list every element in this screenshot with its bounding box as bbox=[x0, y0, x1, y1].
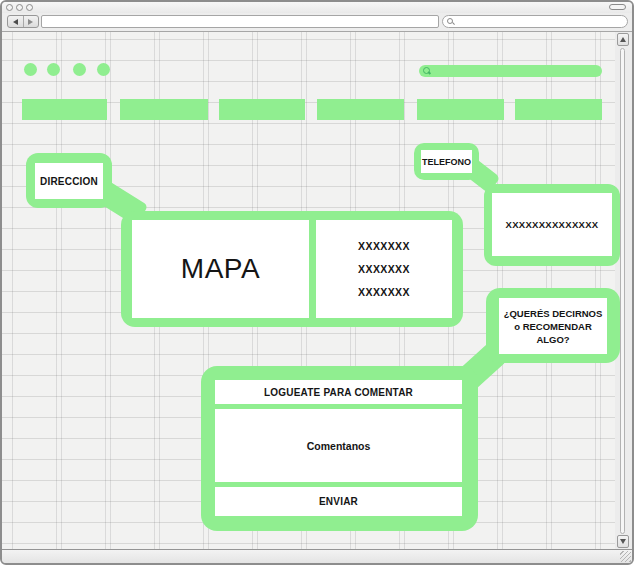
window-control-zoom-icon[interactable] bbox=[26, 4, 33, 11]
nav-placeholder-block[interactable] bbox=[219, 99, 305, 120]
browser-toolbar bbox=[2, 13, 632, 32]
nav-placeholder-block[interactable] bbox=[22, 99, 107, 120]
vertical-scrollbar[interactable] bbox=[615, 32, 632, 550]
feedback-prompt: ¿QUERÉS DECIRNOS o RECOMENDAR ALGO? bbox=[499, 298, 607, 354]
scroll-up-icon bbox=[620, 37, 626, 42]
logo-dot bbox=[24, 63, 37, 76]
window-control-close-icon[interactable] bbox=[6, 4, 13, 11]
toolbar-toggle-pill[interactable] bbox=[609, 4, 626, 10]
address-bar-input[interactable] bbox=[41, 15, 439, 28]
phone-section: XXXXXXXXXXXXXX bbox=[484, 184, 620, 266]
nav-placeholder-block[interactable] bbox=[515, 99, 602, 120]
page-content: DIRECCION MAPA XXXXXXX XXXXXXX XXXXXXX T… bbox=[2, 32, 616, 550]
nav-placeholder-block[interactable] bbox=[417, 99, 504, 120]
history-nav-group bbox=[7, 15, 39, 28]
search-icon bbox=[447, 18, 453, 24]
forward-icon bbox=[28, 19, 33, 25]
back-icon bbox=[13, 19, 18, 25]
back-button[interactable] bbox=[8, 16, 23, 27]
telefono-callout: TELEFONO bbox=[414, 143, 479, 180]
login-to-comment-button[interactable]: LOGUEATE PARA COMENTAR bbox=[215, 380, 462, 404]
scroll-up-button[interactable] bbox=[617, 33, 629, 46]
submit-button[interactable]: ENVIAR bbox=[215, 487, 462, 516]
forward-button[interactable] bbox=[23, 16, 39, 27]
phone-number-value: XXXXXXXXXXXXXX bbox=[492, 193, 612, 256]
direccion-label: DIRECCION bbox=[35, 163, 103, 199]
browser-search-input[interactable] bbox=[442, 15, 628, 28]
nav-placeholder-block[interactable] bbox=[120, 99, 208, 120]
nav-placeholder-block[interactable] bbox=[317, 99, 404, 120]
telefono-label: TELEFONO bbox=[421, 150, 472, 173]
logo-dot bbox=[73, 63, 86, 76]
feedback-callout: ¿QUERÉS DECIRNOS o RECOMENDAR ALGO? bbox=[486, 288, 620, 363]
feedback-prompt-line1: ¿QUERÉS DECIRNOS bbox=[504, 307, 603, 320]
address-line: XXXXXXX bbox=[358, 235, 410, 258]
window-control-minimize-icon[interactable] bbox=[16, 4, 23, 11]
scrollbar-track[interactable] bbox=[620, 48, 625, 534]
address-text-block: XXXXXXX XXXXXXX XXXXXXX bbox=[316, 220, 452, 318]
scroll-down-button[interactable] bbox=[617, 535, 629, 548]
feedback-prompt-line2: o RECOMENDAR ALGO? bbox=[499, 320, 607, 346]
logo-dot bbox=[97, 63, 110, 76]
comment-form: LOGUEATE PARA COMENTAR Comentanos ENVIAR bbox=[201, 366, 478, 531]
browser-window: DIRECCION MAPA XXXXXXX XXXXXXX XXXXXXX T… bbox=[0, 0, 634, 565]
scroll-down-icon bbox=[620, 539, 626, 544]
address-line: XXXXXXX bbox=[358, 281, 410, 304]
address-line: XXXXXXX bbox=[358, 258, 410, 281]
status-bar bbox=[2, 549, 632, 563]
direccion-callout: DIRECCION bbox=[26, 153, 112, 208]
comment-textarea[interactable]: Comentanos bbox=[215, 409, 462, 482]
resize-grip[interactable] bbox=[620, 551, 631, 562]
site-search-icon bbox=[423, 67, 430, 74]
site-search-input[interactable] bbox=[419, 65, 602, 77]
map-placeholder[interactable]: MAPA bbox=[132, 220, 309, 318]
map-section: MAPA XXXXXXX XXXXXXX XXXXXXX bbox=[121, 211, 463, 327]
logo-dot bbox=[47, 63, 60, 76]
